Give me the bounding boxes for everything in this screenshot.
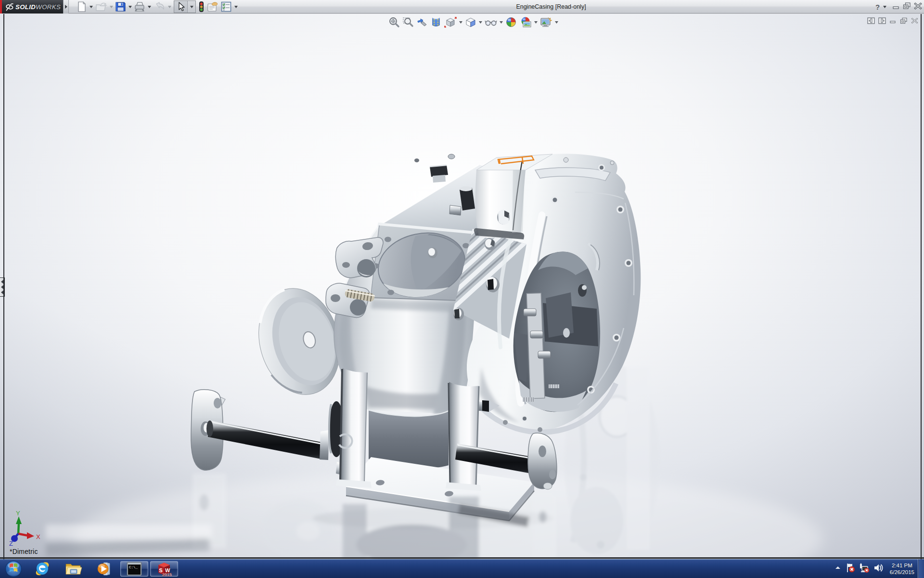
open-document-dropdown[interactable]: [109, 0, 114, 13]
action-center-icon[interactable]: [846, 563, 855, 575]
interference-detection-button[interactable]: [198, 0, 205, 13]
select-button[interactable]: [174, 1, 188, 13]
view-settings-dropdown[interactable]: [554, 16, 559, 28]
undo-button[interactable]: [153, 0, 166, 13]
restore-button[interactable]: [903, 2, 911, 12]
options-button[interactable]: [220, 0, 232, 13]
view-orientation-button[interactable]: [444, 16, 457, 28]
previous-view-icon: [416, 16, 428, 28]
show-desktop-button[interactable]: [918, 559, 924, 578]
dropdown-arrow-icon: [168, 6, 171, 8]
viewport-border-right: [921, 14, 922, 559]
headsup-view-toolbar: [388, 15, 559, 29]
volume-icon[interactable]: [873, 563, 884, 575]
hide-show-items-button[interactable]: [484, 16, 498, 28]
dropdown-arrow-icon: [459, 21, 462, 24]
sketch-approve-button[interactable]: [206, 0, 219, 13]
dropdown-arrow-icon: [90, 6, 93, 8]
up-arrow-icon: [834, 565, 842, 571]
taskbar-item-solidworks[interactable]: S W 2015: [150, 561, 178, 577]
print-icon: [134, 1, 145, 13]
start-orb-icon: [5, 560, 22, 578]
section-view-button[interactable]: [430, 16, 442, 28]
minimize-button[interactable]: [892, 2, 900, 12]
taskbar-clock[interactable]: 2:41 PM 6/26/2015: [890, 562, 914, 576]
options-checklist-icon: [220, 1, 232, 13]
close-document-button[interactable]: [911, 17, 918, 26]
view-settings-button[interactable]: [539, 16, 553, 28]
triad-x-label: X: [36, 533, 40, 540]
graphics-viewport[interactable]: Y X Z: [0, 14, 924, 559]
taskbar: C:\_ S W 2015: [0, 559, 924, 578]
zoom-to-fit-button[interactable]: [388, 16, 400, 28]
save-button[interactable]: [115, 0, 127, 13]
apply-scene-button[interactable]: [519, 16, 532, 28]
zoom-to-area-button[interactable]: [402, 16, 414, 28]
edit-appearance-button[interactable]: [505, 16, 517, 28]
select-dropdown[interactable]: [188, 1, 195, 13]
minimize-document-button[interactable]: [889, 17, 897, 26]
previous-view-button[interactable]: [416, 16, 428, 28]
solidworks-logo-icon: SOLIDWORKS: [5, 1, 63, 13]
undo-icon: [153, 1, 166, 13]
new-document-button[interactable]: [76, 0, 88, 13]
triad-y-label: Y: [16, 510, 20, 517]
undo-dropdown[interactable]: [167, 0, 172, 13]
solidworks-logo[interactable]: SOLIDWORKS: [2, 0, 63, 13]
print-button[interactable]: [133, 0, 146, 13]
dropdown-arrow-icon: [534, 21, 538, 24]
show-hidden-icons-button[interactable]: [834, 565, 842, 573]
internet-explorer-icon: [34, 561, 51, 577]
view-orientation-label: *Dimetric: [10, 548, 38, 555]
display-style-dropdown[interactable]: [478, 16, 483, 28]
collapse-left-pane-button[interactable]: [867, 17, 875, 26]
triad-z-label: Z: [9, 540, 13, 547]
select-tool-group: [174, 0, 196, 13]
minimize-icon: [892, 2, 900, 10]
print-dropdown[interactable]: [147, 0, 152, 13]
zoom-to-fit-icon: [388, 16, 400, 28]
view-orientation-dropdown[interactable]: [459, 16, 463, 28]
close-button[interactable]: [914, 2, 922, 12]
save-icon: [115, 1, 126, 13]
dropdown-arrow-icon: [500, 21, 503, 24]
apply-scene-dropdown[interactable]: [534, 16, 538, 28]
section-view-icon: [430, 16, 442, 28]
restore-document-icon: [900, 17, 908, 24]
start-button[interactable]: [0, 559, 27, 578]
save-dropdown[interactable]: [128, 0, 132, 13]
clock-time: 2:41 PM: [892, 562, 912, 569]
right-shaft-flange[interactable]: [528, 433, 557, 489]
display-style-button[interactable]: [464, 16, 477, 28]
svg-text:SOLIDWORKS: SOLIDWORKS: [15, 3, 61, 11]
network-status-icon[interactable]: [859, 563, 870, 575]
toolbar-expand-arrow[interactable]: [63, 0, 69, 13]
help-button[interactable]: ?: [875, 3, 886, 11]
command-prompt-icon: C:\_: [127, 562, 142, 576]
right-arrow-icon: [64, 5, 67, 9]
restore-document-button[interactable]: [900, 17, 908, 26]
taskbar-item-command-prompt[interactable]: C:\_: [120, 561, 148, 577]
options-dropdown[interactable]: [233, 0, 238, 13]
collapse-left-pane-icon: [867, 17, 875, 24]
viewport-border-left: [3, 14, 4, 559]
dropdown-arrow-icon: [555, 21, 558, 24]
viewport-border-bottom: [0, 557, 924, 559]
new-document-icon: [77, 1, 87, 13]
display-style-icon: [465, 16, 476, 28]
stamp-approve-icon: [206, 1, 218, 13]
open-document-button[interactable]: [94, 0, 108, 13]
collapse-right-pane-button[interactable]: [878, 17, 886, 26]
open-document-icon: [95, 1, 107, 13]
speaker-icon: [873, 563, 884, 573]
brand-light: WORKS: [36, 3, 61, 11]
new-document-dropdown[interactable]: [89, 0, 93, 13]
taskbar-item-internet-explorer[interactable]: [27, 559, 58, 578]
dropdown-arrow-icon: [148, 6, 151, 8]
taskbar-item-media-player[interactable]: [89, 559, 119, 578]
hide-show-items-dropdown[interactable]: [499, 16, 503, 28]
minimize-document-icon: [889, 17, 897, 24]
taskbar-item-windows-explorer[interactable]: [58, 559, 89, 578]
taskbar-items: C:\_ S W 2015: [0, 559, 179, 578]
right-leg: [446, 382, 481, 491]
